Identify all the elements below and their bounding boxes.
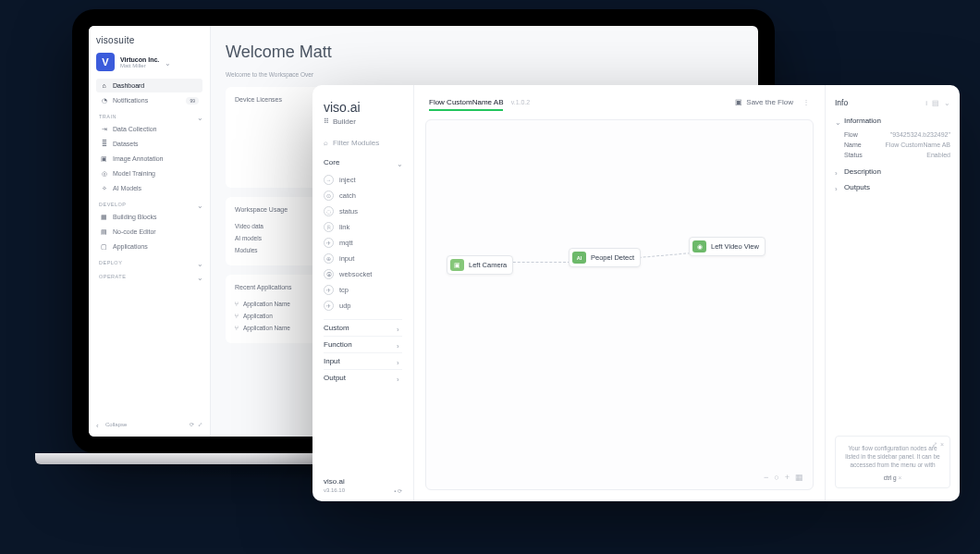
nav-label: Building Blocks	[113, 214, 156, 220]
nav-model-training[interactable]: ◎Model Training	[96, 166, 202, 180]
builder-footer: viso.ai v3.16.10 ▪ ⟳	[324, 477, 402, 494]
nav-building-blocks[interactable]: ▦Building Blocks	[96, 210, 202, 224]
expand-icon[interactable]: ⤢	[932, 440, 937, 449]
page-title: Welcome Matt	[226, 43, 743, 62]
node-left-video-view[interactable]: ◉Left Video View	[689, 237, 766, 256]
chevron-right-icon	[397, 342, 402, 348]
module-input[interactable]: ⊕input	[324, 251, 402, 266]
module-status[interactable]: ◌status	[324, 203, 402, 219]
nav-dashboard[interactable]: ⌂ Dashboard	[96, 79, 202, 92]
close-icon[interactable]: ×	[899, 474, 902, 481]
nav-label: Dashboard	[113, 82, 144, 89]
info-kv-status: StatusEnabled	[835, 150, 950, 160]
nav-image-annotation[interactable]: ▣Image Annotation	[96, 152, 202, 166]
module-catch[interactable]: ⊙catch	[324, 188, 402, 203]
builder-sidebar: viso.ai ⠿ Builder ⌕ Filter Modules Core …	[312, 85, 414, 501]
org-switcher[interactable]: V Virtucon Inc. Matt Miller	[96, 53, 202, 71]
nav-nocode-editor[interactable]: ▤No-code Editor	[96, 225, 202, 239]
module-link[interactable]: ⎘link	[324, 219, 402, 235]
chevron-down-icon	[397, 160, 402, 166]
nav-datasets[interactable]: ≣Datasets	[96, 137, 202, 151]
info-kv-flow: Flow"93425324.b232492"	[835, 129, 950, 140]
builder-topbar: Flow CustomName AB v.1.0.2 ▣ Save the Fl…	[414, 85, 825, 114]
footer-brand: viso.ai	[324, 477, 402, 486]
section-operate[interactable]: OPERATE	[99, 274, 202, 279]
nav-notifications[interactable]: ◔ Notifications 99	[96, 93, 202, 107]
input-icon: ⊕	[324, 253, 334, 264]
info-section-information[interactable]: Information	[835, 117, 950, 125]
info-title: Info	[835, 98, 848, 107]
nav-data-collection[interactable]: ⇥Data Collection	[96, 122, 202, 136]
section-deploy[interactable]: DEPLOY	[99, 260, 202, 265]
section-label: DEVELOP	[99, 202, 126, 207]
category-function[interactable]: Function	[324, 336, 402, 352]
blocks-icon: ▦	[100, 213, 108, 221]
group-label: Core	[324, 158, 339, 166]
zoom-out-button[interactable]: −	[764, 473, 768, 482]
category-output[interactable]: Output	[324, 369, 402, 386]
flow-version: v.1.0.2	[511, 99, 531, 105]
nav-label: AI Models	[113, 185, 141, 191]
builder-info-panel: Info i ▤ ⌄ Information Flow"93425324.b23…	[825, 85, 960, 501]
search-icon: ⌕	[324, 139, 328, 147]
link-icon: ⎘	[324, 222, 334, 232]
node-people-detect[interactable]: AIPeopel Detect	[569, 248, 641, 267]
chevron-down-icon[interactable]: ⌄	[944, 99, 950, 107]
filter-placeholder: Filter Modules	[333, 139, 379, 147]
camera-icon: ▣	[450, 259, 464, 271]
org-name: Virtucon Inc.	[120, 56, 159, 63]
nav-label: Image Annotation	[113, 155, 164, 162]
module-inject[interactable]: →inject	[324, 172, 402, 188]
chevron-right-icon	[397, 375, 402, 381]
more-icon[interactable]: ⋮	[802, 98, 810, 106]
category-custom[interactable]: Custom	[324, 319, 402, 336]
info-kv-name: NameFlow CustomName AB	[835, 140, 950, 150]
category-input[interactable]: Input	[324, 352, 402, 369]
chevron-down-icon	[197, 114, 202, 119]
minimap-button[interactable]: ▦	[795, 473, 803, 482]
save-icon: ▣	[735, 98, 742, 106]
websocket-icon: ⦿	[324, 269, 334, 279]
home-icon: ⌂	[100, 81, 108, 90]
chevron-right-icon	[835, 185, 840, 191]
book-icon[interactable]: ▤	[932, 99, 939, 107]
save-flow-button[interactable]: ▣ Save the Flow ⋮	[735, 98, 810, 106]
page-subtitle: Welcome to the Workspace Over	[226, 71, 743, 78]
filter-modules-input[interactable]: ⌕ Filter Modules	[324, 139, 402, 147]
training-icon: ◎	[100, 169, 108, 178]
branch-icon: ⑂	[235, 301, 239, 307]
module-tcp[interactable]: ✈tcp	[324, 282, 402, 298]
nav-applications[interactable]: ▢Applications	[96, 240, 202, 253]
section-train[interactable]: TRAIN	[99, 114, 202, 119]
apps-icon: ▢	[100, 242, 108, 251]
node-left-camera[interactable]: ▣Left Camera	[447, 255, 513, 275]
zoom-in-button[interactable]: +	[785, 473, 790, 482]
footer-icons: ▪ ⟳	[394, 487, 402, 494]
nav-ai-models[interactable]: ✧AI Models	[96, 181, 202, 195]
grid-icon: ⠿	[324, 117, 329, 126]
nav-label: Datasets	[113, 141, 139, 147]
info-icon[interactable]: i	[925, 99, 927, 107]
inject-icon: →	[324, 175, 334, 185]
info-section-outputs[interactable]: Outputs	[835, 183, 950, 191]
footer-version: v3.16.10	[324, 487, 345, 494]
close-icon[interactable]: ×	[940, 440, 944, 449]
org-user: Matt Miller	[120, 63, 159, 68]
chevron-down-icon	[835, 118, 840, 124]
section-develop[interactable]: DEVELOP	[99, 202, 202, 207]
nav-label: Model Training	[113, 170, 155, 177]
collapse-label: Collapse	[105, 422, 127, 427]
module-websocket[interactable]: ⦿websocket	[324, 266, 402, 282]
view-icon: ◉	[692, 240, 706, 252]
hint-text: Your flow configuration nodes are listed…	[843, 444, 942, 469]
info-section-description[interactable]: Description	[835, 167, 950, 176]
collapse-sidebar[interactable]: Collapse ⟳ ⤢	[96, 415, 202, 427]
module-group-core[interactable]: Core	[324, 158, 402, 166]
module-udp[interactable]: ✈udp	[324, 298, 402, 314]
module-mqtt[interactable]: ✈mqtt	[324, 235, 402, 251]
flow-canvas[interactable]: ▣Left Camera AIPeopel Detect ◉Left Video…	[425, 119, 814, 490]
flow-tab[interactable]: Flow CustomName AB	[429, 98, 503, 111]
chevron-right-icon	[397, 359, 402, 364]
zoom-fit-button[interactable]: ○	[774, 473, 778, 482]
status-icon: ◌	[324, 206, 334, 216]
